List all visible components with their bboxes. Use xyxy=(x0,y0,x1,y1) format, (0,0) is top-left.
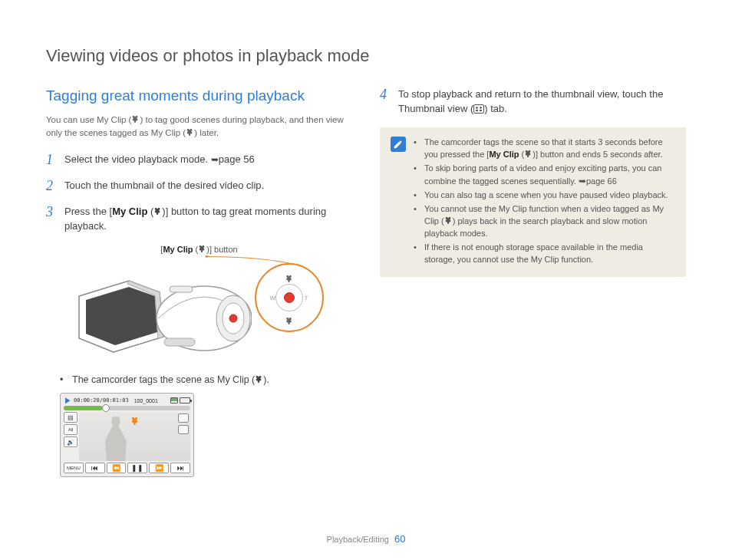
clip-icon xyxy=(198,245,206,253)
thumbnail-view-icon xyxy=(473,104,484,114)
note-item: • The camcorder tags the scene so that i… xyxy=(414,137,675,161)
note-item: • You cannot use the My Clip function wh… xyxy=(414,203,675,240)
clip-icon xyxy=(186,127,194,136)
clip-icon xyxy=(285,315,293,323)
clip-icon xyxy=(255,374,263,383)
time-counter: 00:00:20/00:01:03 xyxy=(74,397,129,404)
note-item: • To skip boring parts of a video and en… xyxy=(414,163,675,188)
svg-point-5 xyxy=(229,315,237,322)
arrow-icon: ➥ xyxy=(211,153,219,166)
svg-rect-6 xyxy=(164,338,195,346)
note-item: •If there is not enough storage space av… xyxy=(414,242,675,266)
arrow-icon: ➥ xyxy=(579,175,586,188)
play-icon xyxy=(64,397,71,404)
page-number: 60 xyxy=(394,533,405,545)
page-footer: Playback/Editing 60 xyxy=(0,533,732,545)
right-column: 4 To stop playback and return to the thu… xyxy=(380,87,686,477)
section-title: Tagging great moments during playback xyxy=(46,87,352,104)
clip-icon xyxy=(285,272,293,281)
note-box: • The camcorder tags the scene so that i… xyxy=(380,127,686,277)
step-number: 2 xyxy=(46,179,58,194)
record-button xyxy=(284,292,295,303)
folder-label: 100_0001 xyxy=(134,398,158,404)
battery-icon xyxy=(170,397,190,404)
volume-button: 🔊 xyxy=(64,436,77,447)
step-4: 4 To stop playback and return to the thu… xyxy=(380,87,686,117)
clip-icon xyxy=(153,206,162,214)
menu-button: MENU xyxy=(64,463,84,473)
clip-icon xyxy=(131,114,140,123)
video-frame xyxy=(101,417,131,461)
note-icon xyxy=(391,137,406,152)
clip-icon xyxy=(130,415,140,424)
intro-text: You can use My Clip () to tag good scene… xyxy=(46,114,352,139)
playback-screen: 00:00:20/00:01:03 100_0001 ▤ All 🔊 xyxy=(60,393,194,477)
progress-bar xyxy=(64,406,190,410)
clip-icon xyxy=(524,150,533,158)
thumbnail-view-icon xyxy=(178,413,189,423)
camcorder-illustration: W T xyxy=(46,263,352,363)
control-ring-magnified: W T xyxy=(255,263,324,332)
zoom-tele-label: T xyxy=(305,294,308,301)
step-1: 1 Select the video playback mode. ➥page … xyxy=(46,153,352,168)
step-number: 3 xyxy=(46,205,58,234)
step-number: 4 xyxy=(380,87,392,117)
prev-button: ⏮ xyxy=(85,463,105,473)
step-2: 2 Touch the thumbnail of the desired vid… xyxy=(46,179,352,194)
filter-all-button: All xyxy=(64,424,77,435)
step-number: 1 xyxy=(46,153,58,168)
camera-icon xyxy=(178,425,189,434)
note-item: •You can also tag a scene when you have … xyxy=(414,189,675,202)
result-bullet: • The camcorder tags the scene as My Cli… xyxy=(60,374,352,387)
svg-rect-7 xyxy=(170,286,193,292)
left-column: Tagging great moments during playback Yo… xyxy=(46,87,352,477)
layout-button: ▤ xyxy=(64,412,77,423)
callout-label: [My Clip ()] button xyxy=(46,245,352,254)
rewind-button: ⏪ xyxy=(107,463,127,473)
clip-icon xyxy=(444,216,453,225)
pause-button: ❚❚ xyxy=(127,463,147,473)
step-3: 3 Press the [My Clip ()] button to tag g… xyxy=(46,205,352,234)
svg-point-0 xyxy=(205,255,208,258)
page-title: Viewing videos or photos in playback mod… xyxy=(46,46,686,66)
next-button: ⏭ xyxy=(170,463,190,473)
footer-section: Playback/Editing xyxy=(327,535,389,544)
forward-button: ⏩ xyxy=(149,463,169,473)
zoom-wide-label: W xyxy=(270,294,276,301)
